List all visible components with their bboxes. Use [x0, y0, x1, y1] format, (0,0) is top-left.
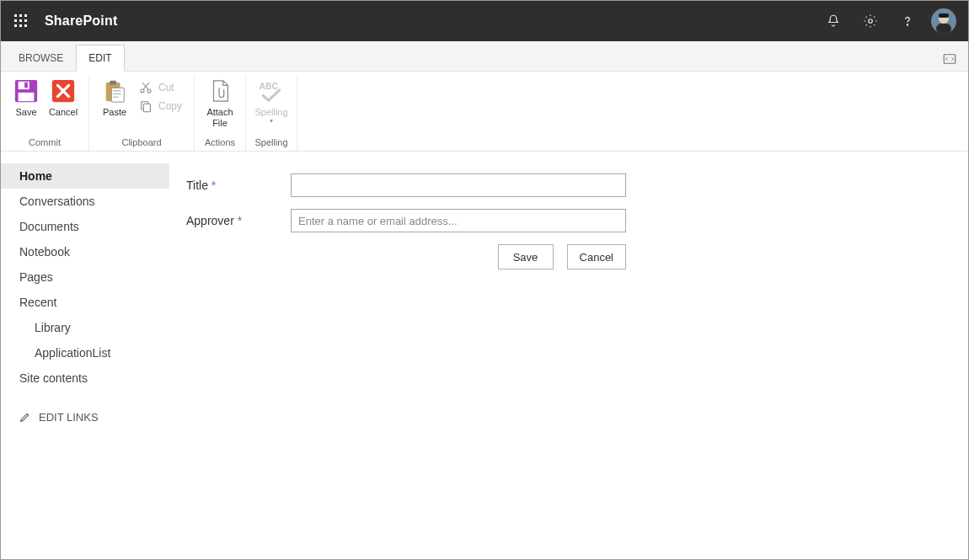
- spelling-icon: ABC: [257, 77, 286, 105]
- svg-point-9: [869, 19, 873, 24]
- sidebar-item-conversations[interactable]: Conversations: [1, 189, 169, 214]
- settings-button[interactable]: [852, 1, 889, 41]
- cut-icon: [138, 80, 153, 95]
- cancel-icon: [49, 77, 78, 105]
- svg-rect-5: [24, 19, 27, 22]
- app-launcher-icon[interactable]: [9, 9, 33, 33]
- waffle-icon: [14, 14, 28, 28]
- cut-label: Cut: [158, 82, 174, 93]
- brand-title[interactable]: SharePoint: [45, 13, 117, 29]
- svg-rect-4: [19, 19, 22, 22]
- title-input[interactable]: [291, 173, 626, 197]
- save-icon: [12, 77, 40, 105]
- help-icon: [900, 13, 915, 29]
- sidebar-item-library[interactable]: Library: [1, 315, 169, 340]
- gear-icon: [863, 13, 878, 29]
- group-label-spelling: Spelling: [254, 136, 287, 151]
- sidebar-item-home[interactable]: Home: [1, 163, 169, 189]
- tab-browse[interactable]: BROWSE: [6, 45, 76, 71]
- sidebar-item-applicationlist[interactable]: ApplicationList: [1, 340, 169, 365]
- required-asterisk: *: [238, 214, 242, 227]
- sidebar: Home Conversations Documents Notebook Pa…: [1, 152, 169, 559]
- bell-icon: [826, 13, 841, 29]
- svg-rect-19: [19, 93, 35, 101]
- svg-rect-1: [19, 14, 22, 17]
- svg-text:ABC: ABC: [260, 82, 279, 91]
- svg-rect-18: [24, 83, 28, 88]
- svg-rect-23: [111, 88, 124, 102]
- sidebar-item-pages[interactable]: Pages: [1, 264, 169, 290]
- copy-button[interactable]: Copy: [133, 97, 187, 115]
- form-row-approver: Approver *: [186, 209, 626, 232]
- svg-point-28: [147, 89, 151, 93]
- svg-rect-24: [113, 90, 120, 91]
- ribbon-group-commit: Save Cancel Commit: [1, 75, 89, 151]
- edit-links-label: EDIT LINKS: [39, 411, 99, 424]
- spelling-label: Spelling: [254, 107, 287, 118]
- svg-rect-25: [113, 93, 120, 94]
- ribbon-group-clipboard: Paste Cut: [89, 75, 195, 151]
- help-button[interactable]: [889, 1, 926, 41]
- form-save-button[interactable]: Save: [498, 244, 554, 269]
- svg-rect-7: [19, 24, 22, 27]
- expand-icon: [942, 51, 957, 67]
- svg-point-27: [141, 89, 144, 93]
- sidebar-item-recent[interactable]: Recent: [1, 290, 169, 315]
- attach-file-icon: [206, 77, 234, 105]
- focus-content-button[interactable]: [938, 47, 961, 71]
- pencil-icon: [19, 412, 30, 423]
- notifications-button[interactable]: [815, 1, 852, 41]
- sidebar-item-documents[interactable]: Documents: [1, 214, 169, 239]
- attach-file-label: Attach File: [206, 107, 233, 128]
- svg-point-10: [907, 24, 907, 25]
- paste-button[interactable]: Paste: [96, 75, 133, 118]
- ribbon: Save Cancel Commit: [1, 72, 968, 152]
- svg-rect-13: [936, 24, 951, 34]
- ribbon-group-spelling: ABC Spelling ▾ Spelling: [246, 75, 297, 151]
- form-content: Title * Approver * Save Cancel: [169, 152, 643, 559]
- svg-rect-30: [143, 104, 150, 111]
- save-label: Save: [15, 107, 36, 118]
- ribbon-group-actions: Attach File Actions: [195, 75, 246, 151]
- main: Home Conversations Documents Notebook Pa…: [1, 152, 968, 559]
- group-label-clipboard: Clipboard: [121, 136, 161, 151]
- svg-rect-22: [110, 81, 116, 85]
- chevron-down-icon: ▾: [270, 118, 273, 125]
- avatar-icon: [931, 8, 956, 34]
- spelling-button[interactable]: ABC Spelling ▾: [253, 75, 290, 125]
- form-row-title: Title *: [186, 173, 626, 197]
- svg-rect-6: [14, 24, 17, 27]
- svg-rect-0: [14, 14, 17, 17]
- required-asterisk: *: [211, 179, 216, 192]
- svg-rect-2: [24, 14, 27, 17]
- approver-label-text: Approver: [186, 214, 234, 227]
- approver-input[interactable]: [291, 209, 626, 232]
- sidebar-item-site-contents[interactable]: Site contents: [1, 365, 169, 391]
- copy-label: Copy: [158, 100, 182, 112]
- svg-rect-14: [939, 13, 949, 18]
- copy-icon: [138, 99, 153, 114]
- form-buttons: Save Cancel: [291, 244, 626, 269]
- cut-button[interactable]: Cut: [133, 78, 187, 97]
- spacer: [1, 391, 169, 403]
- sidebar-item-notebook[interactable]: Notebook: [1, 239, 169, 264]
- svg-rect-3: [14, 19, 17, 22]
- group-label-commit: Commit: [29, 136, 61, 151]
- avatar[interactable]: [931, 8, 956, 34]
- group-label-actions: Actions: [205, 136, 235, 151]
- suite-bar: SharePoint: [1, 1, 968, 41]
- attach-file-button[interactable]: Attach File: [201, 75, 238, 128]
- cancel-button[interactable]: Cancel: [45, 75, 82, 118]
- title-label: Title *: [186, 179, 291, 192]
- cancel-label: Cancel: [49, 107, 78, 118]
- approver-label: Approver *: [186, 214, 291, 227]
- tab-edit[interactable]: EDIT: [76, 45, 124, 72]
- svg-rect-26: [113, 97, 119, 98]
- title-label-text: Title: [186, 179, 208, 192]
- paste-icon: [100, 77, 129, 105]
- svg-rect-8: [24, 24, 27, 27]
- form-cancel-button[interactable]: Cancel: [567, 244, 626, 269]
- ribbon-tabs: BROWSE EDIT: [1, 41, 968, 72]
- edit-links-button[interactable]: EDIT LINKS: [1, 403, 169, 432]
- save-button[interactable]: Save: [8, 75, 45, 118]
